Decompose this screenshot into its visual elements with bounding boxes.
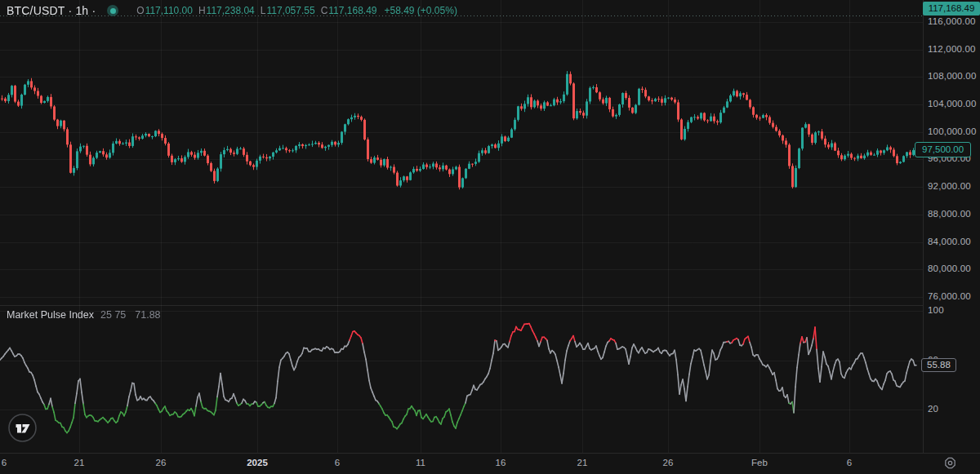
close-value: 117,168.49	[328, 5, 376, 16]
time-axis-label: 2025	[247, 458, 268, 467]
tradingview-logo-icon	[7, 413, 38, 443]
price-axis-label: 92,000.00	[928, 181, 971, 191]
indicator-axis-label: 20	[928, 404, 938, 414]
time-axis-label: 11	[416, 458, 425, 467]
ohlc-values: O117,110.00H117,238.04L117,057.55C117,16…	[136, 5, 457, 16]
time-axis-label: Feb	[751, 458, 768, 467]
gear-icon	[943, 456, 957, 470]
indicator-name[interactable]: Market Pulse Index	[7, 309, 94, 321]
open-value: 117,110.00	[145, 5, 193, 16]
high-label: H	[198, 5, 206, 16]
indicator-params: 25 75	[100, 309, 126, 321]
symbol-legend: BTC/USDT · 1h · O117,110.00H117,238.04L1…	[7, 4, 457, 17]
price-scale[interactable]: 116,000.00112,000.00108,000.00104,000.00…	[923, 0, 980, 453]
time-axis-label: 6	[847, 458, 852, 467]
time-axis-label: 6	[2, 458, 7, 467]
price-axis-label: 116,000.00	[928, 16, 976, 26]
chart-canvas[interactable]	[0, 0, 923, 453]
last-price-badge: 117,168.49	[923, 2, 980, 16]
time-axis-label: 26	[663, 458, 674, 467]
change-value: +58.49 (+0.05%)	[384, 5, 457, 16]
time-axis-label: 21	[577, 458, 588, 467]
price-axis-label: 80,000.00	[928, 264, 971, 273]
indicator-legend: Market Pulse Index 25 75 71.88	[7, 309, 161, 321]
high-value: 117,238.04	[207, 5, 255, 16]
close-label: C	[321, 5, 328, 16]
price-axis-label: 108,000.00	[928, 71, 977, 81]
time-axis-label: 21	[74, 458, 85, 467]
time-scale[interactable]: 621262025611162126Feb6	[0, 453, 980, 474]
time-axis-label: 6	[335, 458, 340, 467]
price-axis-label: 100,000.00	[928, 126, 977, 136]
time-axis-label: 26	[156, 458, 167, 467]
time-axis-label: 16	[496, 458, 506, 467]
indicator-value: 71.88	[135, 309, 160, 321]
open-label: O	[136, 5, 144, 16]
price-axis-label: 104,000.00	[928, 99, 977, 109]
price-axis-label: 76,000.00	[928, 291, 971, 301]
price-axis-label: 112,000.00	[928, 44, 976, 54]
low-value: 117,057.55	[266, 5, 314, 16]
indicator-axis-label: 100	[928, 305, 944, 315]
chart-window: BTC/USDT · 1h · O117,110.00H117,238.04L1…	[0, 0, 980, 474]
symbol-title[interactable]: BTC/USDT · 1h ·	[7, 4, 96, 17]
low-label: L	[261, 5, 266, 16]
price-axis-label: 84,000.00	[928, 237, 971, 246]
price-axis-label: 88,000.00	[928, 209, 971, 219]
scale-settings-button[interactable]	[940, 453, 960, 472]
alert-price-badge[interactable]: 97,500.00	[915, 142, 971, 157]
tradingview-logo[interactable]	[7, 413, 38, 443]
indicator-value-badge: 55.88	[921, 358, 956, 372]
data-feed-status-icon[interactable]	[107, 5, 118, 16]
